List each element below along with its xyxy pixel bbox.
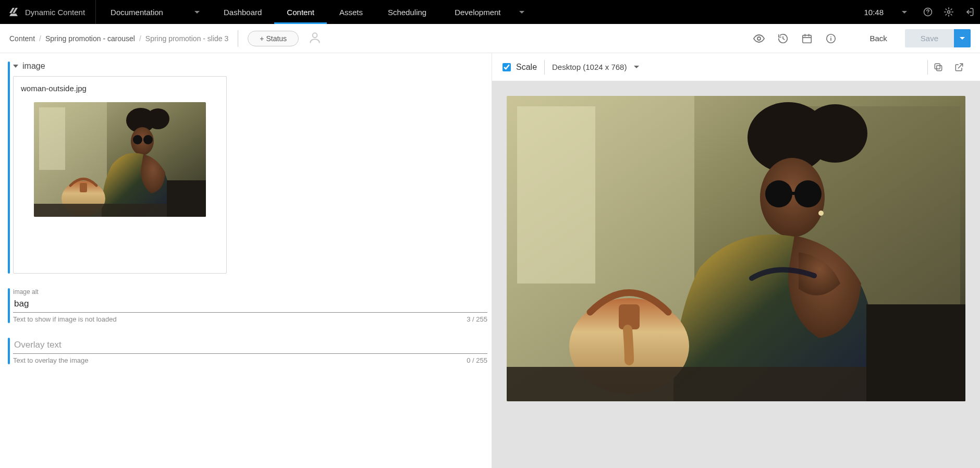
image-filename: woman-outside.jpg	[21, 84, 219, 93]
preview-canvas[interactable]	[492, 81, 980, 468]
overlay-text-meta: Text to overlay the image 0 / 255	[13, 356, 489, 364]
documentation-dropdown[interactable]: Documentation	[96, 0, 211, 24]
image-thumbnail	[34, 102, 206, 217]
svg-point-3	[313, 33, 317, 38]
subbar-right: Back Save	[749, 28, 971, 49]
image-section: image woman-outside.jpg	[8, 61, 489, 274]
svg-point-27	[803, 104, 867, 163]
environment-dropdown[interactable]: Development	[439, 0, 535, 24]
nav-dashboard[interactable]: Dashboard	[211, 0, 274, 24]
text-field: image alt	[13, 288, 489, 313]
help-button[interactable]	[917, 0, 938, 24]
text-field	[13, 338, 489, 354]
overlay-text-counter: 0 / 255	[467, 356, 487, 364]
external-link-icon	[954, 62, 964, 72]
clock-dropdown[interactable]: 10:48	[853, 8, 917, 17]
svg-rect-36	[866, 304, 965, 401]
rendered-preview-image	[507, 96, 965, 401]
scale-checkbox-label[interactable]: Scale	[503, 63, 537, 72]
image-section-header[interactable]: image	[13, 61, 489, 71]
svg-point-15	[143, 135, 153, 144]
image-alt-input[interactable]	[13, 297, 487, 313]
svg-rect-24	[517, 106, 595, 284]
image-card[interactable]: woman-outside.jpg	[13, 76, 227, 274]
top-nav: Dynamic Content Documentation Dashboard …	[0, 0, 980, 24]
breadcrumb-folder[interactable]: Spring promotion - carousel	[45, 34, 135, 43]
chevron-down-icon	[194, 11, 200, 14]
open-external-button[interactable]	[949, 57, 970, 78]
copy-preview-button[interactable]	[928, 57, 949, 78]
environment-label: Development	[455, 8, 500, 17]
app-name: Dynamic Content	[25, 8, 85, 17]
image-alt-label: image alt	[13, 288, 489, 295]
save-button[interactable]: Save	[905, 29, 954, 47]
logout-icon	[964, 7, 975, 17]
schedule-button[interactable]	[797, 28, 817, 49]
preview-panel: Scale Desktop (1024 x 768)	[492, 53, 980, 468]
chevron-down-icon	[902, 11, 907, 14]
svg-point-29	[765, 180, 792, 207]
svg-rect-21	[935, 64, 940, 69]
svg-point-14	[133, 135, 142, 144]
divider	[544, 60, 545, 75]
breadcrumb-root[interactable]: Content	[9, 34, 35, 43]
back-button[interactable]: Back	[860, 30, 896, 47]
image-alt-helper: Text to show if image is not loaded	[13, 315, 117, 323]
user-avatar-icon[interactable]	[308, 31, 322, 46]
image-alt-meta: Text to show if image is not loaded 3 / …	[13, 315, 489, 323]
chevron-down-icon	[13, 65, 18, 68]
brand-logo-icon	[7, 6, 20, 18]
svg-rect-20	[937, 65, 942, 70]
svg-rect-5	[803, 35, 812, 43]
chevron-down-icon	[960, 37, 965, 40]
scale-label: Scale	[516, 63, 537, 72]
chevron-down-icon	[634, 66, 639, 68]
help-icon	[923, 7, 933, 17]
svg-point-4	[757, 37, 761, 40]
form-panel: image woman-outside.jpg	[0, 53, 492, 468]
calendar-icon	[801, 33, 813, 44]
documentation-label: Documentation	[111, 8, 163, 17]
overlay-text-input[interactable]	[13, 338, 487, 354]
logout-button[interactable]	[959, 0, 980, 24]
save-button-group: Save	[905, 29, 971, 47]
copy-icon	[933, 62, 944, 72]
image-section-title: image	[22, 61, 45, 71]
preview-eye-button[interactable]	[749, 28, 769, 49]
image-alt-counter: 3 / 255	[467, 315, 487, 323]
svg-rect-17	[80, 183, 87, 192]
image-alt-field: image alt Text to show if image is not l…	[8, 288, 489, 323]
sub-bar: Content / Spring promotion - carousel / …	[0, 24, 980, 53]
settings-button[interactable]	[938, 0, 959, 24]
info-button[interactable]	[820, 28, 841, 49]
nav-scheduling[interactable]: Scheduling	[375, 0, 439, 24]
info-icon	[825, 33, 837, 44]
overlay-text-field: Text to overlay the image 0 / 255	[8, 338, 489, 364]
history-button[interactable]	[773, 28, 793, 49]
main-nav: Dashboard Content Assets Scheduling	[211, 0, 439, 24]
svg-point-12	[146, 108, 169, 129]
breadcrumb: Content / Spring promotion - carousel / …	[9, 34, 228, 43]
breadcrumb-current: Spring promotion - slide 3	[145, 34, 229, 43]
add-status-button[interactable]: + Status	[248, 31, 299, 46]
brand: Dynamic Content	[0, 0, 95, 24]
nav-content[interactable]: Content	[274, 0, 327, 24]
body: image woman-outside.jpg	[0, 53, 980, 468]
scale-checkbox[interactable]	[503, 63, 511, 71]
gear-icon	[944, 7, 954, 17]
svg-rect-19	[167, 180, 206, 217]
nav-assets[interactable]: Assets	[327, 0, 375, 24]
divider	[238, 30, 238, 47]
topnav-right: 10:48	[853, 0, 980, 24]
preview-toolbar-right	[927, 57, 970, 78]
preview-toolbar: Scale Desktop (1024 x 768)	[492, 53, 980, 81]
overlay-text-helper: Text to overlay the image	[13, 356, 89, 364]
svg-rect-10	[39, 107, 65, 170]
device-dropdown[interactable]: Desktop (1024 x 768)	[552, 63, 639, 71]
save-dropdown-button[interactable]	[954, 29, 971, 47]
eye-icon	[753, 32, 765, 45]
breadcrumb-separator: /	[139, 34, 141, 43]
device-label: Desktop (1024 x 768)	[552, 63, 627, 71]
svg-point-32	[818, 211, 824, 216]
svg-point-7	[831, 36, 832, 37]
